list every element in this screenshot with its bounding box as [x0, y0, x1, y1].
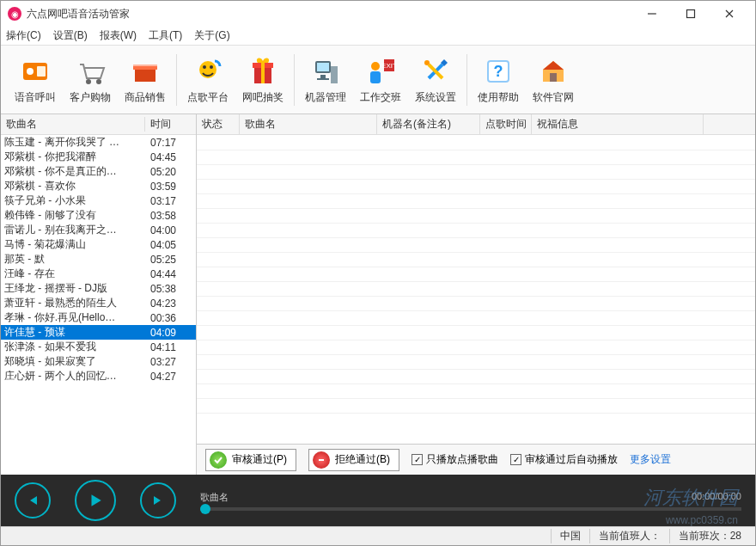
song-row[interactable]: 郑晓填 - 如果寂寞了03:27 — [1, 354, 196, 369]
song-name: 庄心妍 - 两个人的回忆… — [1, 369, 145, 383]
stop-icon — [313, 451, 330, 469]
song-list[interactable]: 陈玉建 - 离开你我哭了 …07:17邓紫棋 - 你把我灌醉04:45邓紫棋 -… — [1, 135, 196, 475]
next-button[interactable] — [140, 482, 176, 518]
机器管理-icon — [308, 54, 343, 89]
toolbar: 语音呼叫客户购物商品销售点歌平台网吧抽奖机器管理EXIT工作交班系统设置?使用帮… — [1, 46, 755, 114]
svg-point-5 — [96, 79, 101, 84]
工作交班-icon: EXIT — [363, 54, 398, 89]
网吧抽奖-icon — [246, 54, 280, 89]
svg-point-20 — [371, 62, 380, 71]
check-icon — [210, 451, 227, 469]
queue-body[interactable] — [197, 135, 755, 444]
song-name: 邓紫棋 - 你把我灌醉 — [1, 150, 145, 164]
more-settings-link[interactable]: 更多设置 — [630, 452, 671, 467]
svg-rect-6 — [135, 68, 155, 82]
song-row[interactable]: 孝琳 - 你好.再见(Hello…00:36 — [1, 310, 196, 325]
song-duration: 05:25 — [145, 254, 196, 266]
svg-rect-18 — [317, 78, 329, 80]
previous-button[interactable] — [15, 482, 51, 518]
song-row[interactable]: 陈玉建 - 离开你我哭了 …07:17 — [1, 135, 196, 150]
only-play-requested-checkbox[interactable]: ✓ 只播放点播歌曲 — [412, 452, 498, 467]
menu-item[interactable]: 报表(W) — [100, 28, 137, 43]
toolbar-label: 系统设置 — [415, 90, 456, 105]
toolbar-系统设置[interactable]: 系统设置 — [408, 52, 463, 108]
song-name: 陈玉建 - 离开你我哭了 … — [1, 135, 145, 150]
approve-label: 审核通过(P) — [232, 452, 287, 467]
minimize-button[interactable] — [632, 2, 671, 26]
autoplay-after-approve-checkbox[interactable]: ✓ 审核通过后自动播放 — [510, 452, 618, 467]
menu-item[interactable]: 操作(C) — [6, 28, 41, 43]
song-row[interactable]: 庄心妍 - 两个人的回忆…04:27 — [1, 369, 196, 383]
点歌平台-icon — [191, 54, 225, 89]
toolbar-label: 工作交班 — [360, 90, 401, 105]
toolbar-客户购物[interactable]: 客户购物 — [63, 52, 118, 108]
toolbar-label: 软件官网 — [533, 90, 574, 105]
maximize-button[interactable] — [671, 2, 710, 26]
song-row[interactable]: 雷诺儿 - 别在我离开之…04:00 — [1, 223, 196, 237]
approve-button[interactable]: 审核通过(P) — [205, 449, 296, 471]
col-time[interactable]: 时间 — [145, 117, 196, 132]
song-duration: 04:27 — [145, 371, 196, 383]
song-row[interactable]: 马博 - 菊花爆满山04:05 — [1, 237, 196, 252]
song-name: 郑晓填 - 如果寂寞了 — [1, 354, 145, 369]
song-name: 萧亚轩 - 最熟悉的陌生人 — [1, 296, 145, 310]
song-name: 邓紫棋 - 你不是真正的… — [1, 164, 145, 179]
toolbar-软件官网[interactable]: 软件官网 — [526, 52, 581, 108]
svg-rect-16 — [317, 63, 329, 71]
queue-col[interactable]: 状态 — [197, 114, 240, 134]
song-row[interactable]: 汪峰 - 存在04:44 — [1, 267, 196, 281]
song-duration: 04:44 — [145, 268, 196, 280]
toolbar-label: 机器管理 — [305, 90, 346, 105]
reject-button[interactable]: 拒绝通过(B) — [308, 449, 399, 471]
menu-item[interactable]: 工具(T) — [149, 28, 182, 43]
toolbar-label: 使用帮助 — [478, 90, 519, 105]
song-row[interactable]: 那英 - 默05:25 — [1, 252, 196, 267]
song-row[interactable]: 邓紫棋 - 你不是真正的…05:20 — [1, 164, 196, 179]
queue-col[interactable]: 点歌时间 — [480, 114, 532, 134]
play-button[interactable] — [75, 480, 116, 521]
song-row[interactable]: 张津涤 - 如果不爱我04:11 — [1, 340, 196, 354]
toolbar-语音呼叫[interactable]: 语音呼叫 — [8, 52, 63, 108]
song-row[interactable]: 王绎龙 - 摇摆哥 - DJ版05:38 — [1, 281, 196, 296]
toolbar-使用帮助[interactable]: ?使用帮助 — [471, 52, 526, 108]
toolbar-网吧抽奖[interactable]: 网吧抽奖 — [235, 52, 290, 108]
ime-status: 中国 — [551, 529, 589, 543]
menu-item[interactable]: 设置(B) — [53, 28, 88, 43]
song-row[interactable]: 赖伟锋 - 闹够了没有03:58 — [1, 208, 196, 223]
song-row[interactable]: 邓紫棋 - 喜欢你03:59 — [1, 179, 196, 193]
song-name: 雷诺儿 - 别在我离开之… — [1, 223, 145, 237]
svg-rect-21 — [370, 71, 381, 83]
svg-rect-0 — [686, 10, 694, 18]
col-song-name[interactable]: 歌曲名 — [1, 117, 145, 132]
song-name: 汪峰 - 存在 — [1, 267, 145, 281]
close-button[interactable] — [710, 2, 748, 26]
menu-item[interactable]: 关于(G) — [194, 28, 229, 43]
toolbar-机器管理[interactable]: 机器管理 — [298, 52, 353, 108]
toolbar-商品销售[interactable]: 商品销售 — [118, 52, 173, 108]
toolbar-工作交班[interactable]: EXIT工作交班 — [353, 52, 408, 108]
song-row[interactable]: 许佳慧 - 预谋04:09 — [1, 325, 196, 340]
song-duration: 00:36 — [145, 312, 196, 324]
song-name: 马博 - 菊花爆满山 — [1, 237, 145, 252]
chk1-label: 只播放点播歌曲 — [426, 452, 498, 467]
progress-handle[interactable] — [200, 504, 210, 514]
客户购物-icon — [73, 54, 107, 89]
queue-col[interactable]: 歌曲名 — [240, 114, 377, 134]
song-name: 筷子兄弟 - 小水果 — [1, 193, 145, 208]
song-list-pane: 歌曲名 时间 陈玉建 - 离开你我哭了 …07:17邓紫棋 - 你把我灌醉04:… — [1, 114, 197, 475]
toolbar-点歌平台[interactable]: 点歌平台 — [180, 52, 235, 108]
song-duration: 04:23 — [145, 298, 196, 310]
toolbar-separator — [466, 54, 467, 106]
app-icon: ◉ — [8, 7, 21, 21]
toolbar-separator — [294, 54, 295, 106]
svg-rect-8 — [133, 64, 157, 66]
progress-track[interactable]: 歌曲名 00:00/00:00 — [200, 491, 741, 511]
song-row[interactable]: 萧亚轩 - 最熟悉的陌生人04:23 — [1, 296, 196, 310]
song-duration: 03:58 — [145, 210, 196, 222]
商品销售-icon — [128, 54, 162, 89]
queue-col[interactable]: 机器名(备注名) — [377, 114, 480, 134]
queue-col[interactable]: 祝福信息 — [532, 114, 704, 134]
song-duration: 04:45 — [145, 151, 196, 163]
song-row[interactable]: 邓紫棋 - 你把我灌醉04:45 — [1, 150, 196, 164]
song-row[interactable]: 筷子兄弟 - 小水果03:17 — [1, 193, 196, 208]
